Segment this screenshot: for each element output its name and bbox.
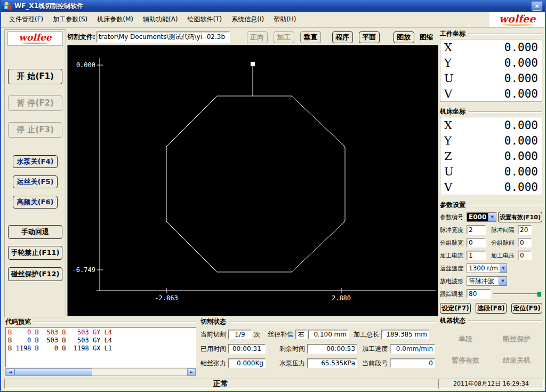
- pulse-interval-input[interactable]: 20: [518, 225, 532, 235]
- tracking-input[interactable]: 80: [467, 289, 491, 299]
- group-pulse-width-input[interactable]: 0: [467, 238, 486, 247]
- zoom-out-button[interactable]: 图缩: [420, 33, 433, 42]
- tracking-slider[interactable]: [493, 290, 542, 298]
- cutting-status-header: 切割状态: [200, 318, 435, 326]
- current-input[interactable]: 1: [467, 251, 486, 260]
- close-icon: ×: [534, 3, 539, 10]
- menu-drawing[interactable]: 绘图软件(T): [183, 12, 227, 27]
- menu-items: 文件管理(F) 加工参数(S) 机床参数(M) 辅助功能(A) 绘图软件(T) …: [1, 12, 301, 27]
- dropdown-arrow-icon[interactable]: ▼: [488, 213, 496, 221]
- slider-thumb[interactable]: [537, 292, 541, 297]
- stop-button[interactable]: 停 止(F3): [8, 122, 62, 138]
- drawing-canvas[interactable]: 0.000 -6.749 -2.863 2.880: [67, 45, 438, 316]
- y-label-top: 0.000: [76, 61, 95, 69]
- divider: [34, 322, 196, 323]
- axis-value: 0.000: [504, 181, 538, 194]
- menu-sysinfo[interactable]: 系统信息(I): [227, 12, 269, 27]
- vertical-button[interactable]: 垂直: [300, 31, 321, 43]
- menu-help[interactable]: 帮助(H): [269, 12, 301, 27]
- menu-machine-params[interactable]: 机床参数(M): [92, 12, 138, 27]
- tracking-label: 跟踪调整: [440, 290, 467, 298]
- axis-label: Y: [444, 57, 452, 69]
- x-label-left: -2.863: [155, 294, 178, 302]
- dropdown-arrow-icon[interactable]: ▼: [499, 277, 507, 285]
- cutting-status-row: 当前切割 1/9 次 丝径补偿 右 0.100 mm 加工总长 189.385 …: [200, 329, 435, 340]
- scroll-left-icon[interactable]: ◄: [6, 369, 14, 375]
- waveform-combobox[interactable]: 等脉冲波 ▼: [467, 276, 507, 286]
- pulse-width-input[interactable]: 2: [467, 225, 486, 235]
- wire-speed-combobox[interactable]: 1300 r/m ▼: [467, 263, 507, 273]
- app-window: WF_X1线切割控制软件 × 文件管理(F) 加工参数(S) 机床参数(M) 辅…: [0, 0, 546, 392]
- elapsed-time-value: 00:00:31: [228, 344, 266, 354]
- cutting-status-panel: 切割状态 当前切割 1/9 次 丝径补偿 右 0.100 mm 加工总长 189…: [198, 318, 437, 378]
- hf-off-button[interactable]: 高频关(F6): [13, 196, 58, 209]
- scroll-right-icon[interactable]: ►: [187, 369, 196, 375]
- machine-status-grid: 单段 断丝保护 暂停有效 结束关机: [440, 325, 542, 365]
- cutting-file-input[interactable]: trator\My Documents\测试代码\yi--02.3b: [97, 31, 230, 43]
- coord-row: V 0.000: [440, 179, 542, 195]
- group-pulse-interval-input[interactable]: 0: [518, 238, 532, 247]
- forward-button[interactable]: 正向: [247, 31, 268, 43]
- workpiece-coords-header: 工件坐标: [440, 30, 542, 38]
- titlebar: WF_X1线切割控制软件 ×: [1, 0, 545, 12]
- coord-row: X 0.000: [440, 39, 542, 55]
- wire-off-button[interactable]: 运丝关(F5): [13, 175, 58, 188]
- param-settings-panel: 参数设置 参数编号 E000 ▼ 设置有效(F10) 脉冲宽度 2 脉冲间隔 2…: [438, 201, 544, 315]
- coord-row: Z 0.000: [440, 148, 542, 164]
- sidebar: wolfee 开 始(F1) 暂 停(F2) 停 止(F3) 水泵关(F4) 运…: [4, 29, 66, 317]
- current-cut-unit: 次: [254, 330, 260, 339]
- segment-number-label: 当前段号: [362, 359, 390, 368]
- code-line: B 1198 B 0 B 1198 GX L1: [8, 345, 194, 353]
- current-label: 加工电流: [440, 252, 467, 260]
- machine-coords-title: 机床坐标: [440, 107, 465, 116]
- machining-button[interactable]: 加工: [274, 31, 294, 43]
- segment-number-value: 0: [390, 358, 435, 368]
- param-number-combobox[interactable]: E000 ▼: [467, 212, 496, 222]
- wire-tension-label: 钼丝张力: [200, 359, 228, 368]
- param-number-value: E000: [467, 213, 488, 221]
- select-segment-button[interactable]: 选段(F8): [476, 303, 507, 314]
- scrollbar-track[interactable]: [14, 369, 187, 375]
- remain-time-label: 剩余时间: [279, 345, 307, 354]
- coord-row: X 0.000: [440, 117, 542, 133]
- menubar: 文件管理(F) 加工参数(S) 机床参数(M) 辅助功能(A) 绘图软件(T) …: [1, 12, 545, 28]
- coord-row: U 0.000: [440, 164, 542, 179]
- axis-label: U: [444, 72, 454, 85]
- menu-file[interactable]: 文件管理(F): [4, 12, 48, 27]
- close-button[interactable]: ×: [532, 2, 542, 11]
- remain-time-value: 00:00:53: [307, 344, 357, 354]
- voltage-input[interactable]: 0: [518, 251, 532, 260]
- scrollbar-thumb[interactable]: [14, 369, 92, 375]
- menu-aux[interactable]: 辅助功能(A): [138, 12, 183, 27]
- handwheel-disable-button[interactable]: 手轮禁止(F11): [8, 246, 62, 260]
- set-button[interactable]: 设定(F7): [440, 303, 471, 314]
- window-title: WF_X1线切割控制软件: [14, 2, 83, 11]
- pause-button[interactable]: 暂 停(F2): [8, 95, 62, 111]
- pulse-width-label: 脉冲宽度: [440, 226, 467, 234]
- menu-machining-params[interactable]: 加工参数(S): [48, 12, 92, 27]
- machine-status-header: 机器状态: [440, 317, 542, 325]
- y-label-bottom: -6.749: [73, 266, 95, 274]
- machine-coords-panel: 机床坐标 X 0.000 Y 0.000 Z 0.000 U 0.000 V 0: [438, 108, 544, 195]
- wire-protect-button[interactable]: 碰丝保护(F12): [8, 267, 62, 281]
- axis-label: X: [444, 41, 452, 54]
- code-preview-title: 代码预览: [5, 317, 31, 326]
- zoom-in-button[interactable]: 图放: [394, 31, 414, 43]
- code-list[interactable]: B 0 B 503 B 503 GY L4 B 0 B 503 B 503 GY…: [5, 327, 196, 367]
- param-number-label: 参数编号: [440, 213, 467, 221]
- apply-params-button[interactable]: 设置有效(F10): [498, 212, 542, 222]
- dropdown-arrow-icon[interactable]: ▼: [500, 264, 507, 273]
- divider: [229, 322, 435, 323]
- code-h-scrollbar[interactable]: ◄ ►: [5, 368, 196, 376]
- coord-row: Y 0.000: [440, 133, 542, 148]
- speed-label: 加工速度: [362, 345, 390, 354]
- pump-off-button[interactable]: 水泵关(F4): [13, 155, 58, 168]
- manual-back-button[interactable]: 手动回退: [8, 225, 62, 239]
- coord-row: U 0.000: [440, 70, 542, 86]
- program-button[interactable]: 程序: [332, 31, 353, 43]
- toolbar: 切割文件: trator\My Documents\测试代码\yi--02.3b…: [67, 30, 438, 44]
- plane-button[interactable]: 平面: [359, 31, 380, 43]
- divider: [468, 111, 542, 113]
- locate-button[interactable]: 定位(F9): [511, 303, 542, 314]
- start-button[interactable]: 开 始(F1): [8, 69, 62, 84]
